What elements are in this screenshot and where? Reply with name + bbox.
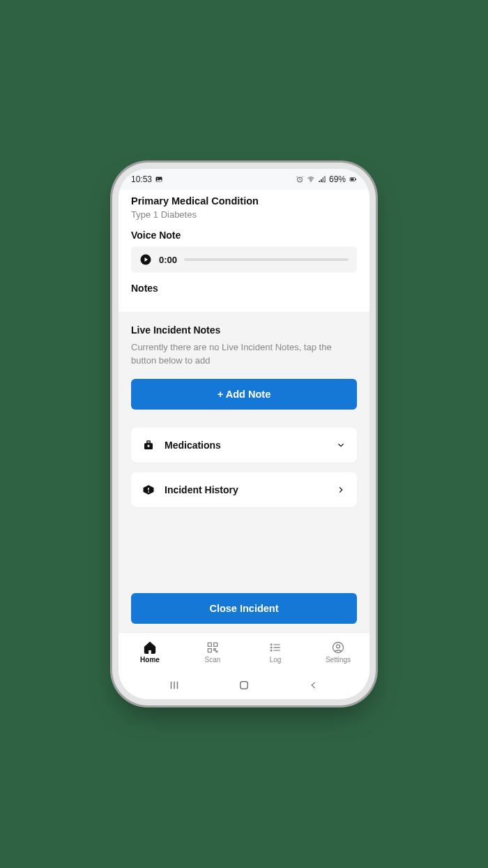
alarm-icon: [296, 175, 304, 184]
live-incident-section: Live Incident Notes Currently there are …: [119, 312, 369, 422]
svg-point-24: [270, 650, 272, 651]
svg-rect-20: [214, 649, 216, 651]
add-note-button[interactable]: + Add Note: [131, 379, 357, 410]
svg-point-23: [270, 647, 272, 648]
bottom-action-area: Close Incident: [119, 530, 369, 632]
android-back-button[interactable]: [303, 675, 324, 696]
voice-note-title: Voice Note: [131, 230, 357, 241]
play-icon: [139, 253, 152, 266]
svg-rect-7: [324, 177, 326, 182]
medications-label: Medications: [165, 440, 326, 451]
medications-row[interactable]: Medications: [131, 428, 357, 463]
wifi-icon: [307, 175, 315, 184]
live-incident-empty-text: Currently there are no Live Incident Not…: [131, 341, 357, 368]
image-icon: [155, 175, 163, 184]
svg-rect-16: [148, 491, 149, 493]
user-icon: [331, 641, 345, 654]
svg-rect-19: [208, 649, 211, 652]
close-incident-button[interactable]: Close Incident: [131, 593, 357, 624]
svg-rect-21: [216, 651, 218, 652]
svg-rect-17: [208, 643, 211, 646]
rows-section: Medications Incident History: [119, 422, 369, 530]
tab-home[interactable]: Home: [119, 633, 181, 671]
tab-scan[interactable]: Scan: [181, 633, 244, 671]
alert-icon: [142, 484, 155, 496]
primary-condition-value: Type 1 Diabetes: [131, 209, 357, 220]
chevron-right-icon: [336, 485, 346, 495]
svg-rect-5: [321, 179, 322, 182]
android-home-button[interactable]: [234, 675, 254, 696]
svg-rect-18: [214, 643, 218, 646]
tab-log-label: Log: [270, 656, 282, 664]
chevron-down-icon: [336, 440, 346, 450]
svg-rect-9: [356, 179, 356, 180]
voice-note-track[interactable]: [184, 258, 349, 261]
svg-rect-10: [351, 179, 354, 181]
incident-history-row[interactable]: Incident History: [131, 472, 357, 507]
tab-log[interactable]: Log: [244, 633, 307, 671]
status-battery: 69%: [329, 174, 346, 184]
incident-history-label: Incident History: [165, 484, 326, 495]
svg-point-22: [270, 644, 272, 645]
status-bar: 10:53 69%: [119, 169, 369, 190]
notes-title: Notes: [131, 283, 357, 294]
tab-bar: Home Scan Log Settings: [119, 632, 369, 671]
home-icon: [143, 641, 157, 654]
signal-icon: [318, 175, 326, 184]
svg-rect-13: [147, 441, 151, 443]
tab-home-label: Home: [140, 656, 160, 664]
voice-note-time: 0:00: [159, 255, 177, 265]
phone-frame: 10:53 69% Primary Medical Condition Type…: [119, 169, 369, 699]
live-incident-title: Live Incident Notes: [131, 324, 357, 336]
svg-point-3: [310, 181, 311, 181]
battery-icon: [349, 175, 357, 184]
medkit-icon: [142, 439, 155, 451]
voice-note-player[interactable]: 0:00: [131, 246, 357, 273]
primary-condition-section: Primary Medical Condition Type 1 Diabete…: [119, 190, 369, 312]
svg-point-1: [157, 178, 158, 179]
list-icon: [268, 641, 282, 654]
svg-rect-4: [319, 181, 320, 182]
tab-settings[interactable]: Settings: [307, 633, 369, 671]
tab-settings-label: Settings: [326, 656, 351, 664]
svg-rect-6: [322, 178, 323, 182]
svg-point-29: [337, 645, 340, 648]
svg-rect-15: [148, 488, 149, 491]
android-recent-button[interactable]: [164, 675, 185, 696]
screen-content: Primary Medical Condition Type 1 Diabete…: [119, 190, 369, 632]
android-nav-bar: [119, 671, 369, 699]
qr-icon: [206, 641, 220, 654]
tab-scan-label: Scan: [205, 656, 221, 664]
svg-rect-33: [241, 682, 248, 689]
status-time: 10:53: [131, 174, 152, 184]
primary-condition-title: Primary Medical Condition: [131, 195, 357, 207]
